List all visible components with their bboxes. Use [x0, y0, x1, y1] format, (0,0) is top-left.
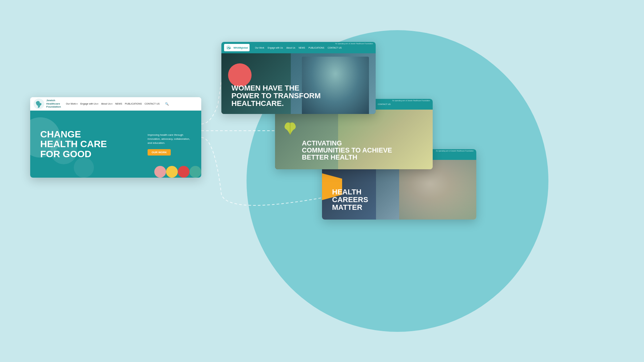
wham-nav: WHAMglobal Our Work Engage with Us About… [221, 42, 376, 53]
wham-logo-text: WHAMglobal [233, 47, 248, 49]
prhs-hero-title: ACTIVATINGCOMMUNITIES TO ACHIEVEBETTER H… [302, 140, 392, 161]
jhf-nav: Jewish Healthcare Foundation Our Work ▾ … [30, 97, 201, 111]
jhf-nav-contact[interactable]: CONTACT US [145, 103, 160, 105]
wham-operating-arm: An operating arm of Jewish Healthcare Fo… [335, 43, 373, 45]
jhf-hero-subtitle: Improving health care through innovation… [148, 133, 191, 145]
wham-logo: WHAMglobal [224, 44, 250, 51]
wham-nav-our-work[interactable]: Our Work [255, 47, 264, 49]
jhf-nav-engage[interactable]: Engage with Us ▾ [80, 103, 98, 105]
wham-website-card: WHAMglobal Our Work Engage with Us About… [221, 42, 376, 114]
jhf-logo: Jewish Healthcare Foundation [34, 99, 61, 109]
wham-nav-contact[interactable]: CONTACT US [328, 47, 342, 49]
jhf-hero-title: CHANGEHEALTH CAREFOR GOOD [40, 129, 107, 159]
hcf-hero-title: HEALTHCAREERSMATTER [332, 188, 368, 211]
jhf-nav-about[interactable]: About Us ▾ [101, 103, 112, 105]
prhs-nav-contact[interactable]: CONTACT US [378, 103, 390, 106]
our-work-button[interactable]: OUR WORK [148, 149, 171, 156]
wham-nav-engage[interactable]: Engage with Us [268, 47, 283, 49]
hcf-operating-arm: An operating arm of Jewish Healthcare Fo… [436, 150, 474, 152]
search-icon[interactable]: 🔍 [165, 102, 169, 106]
wham-logo-icon [226, 45, 232, 51]
jhf-hero: CHANGEHEALTH CAREFOR GOOD Improving heal… [30, 111, 201, 178]
jhf-hero-right: Improving health care through innovation… [148, 133, 191, 156]
wham-hero-title: WOMEN HAVE THEPOWER TO TRANSFORMHEALTHCA… [231, 84, 321, 107]
wham-nav-news[interactable]: NEWS [299, 47, 305, 49]
jhf-nav-publications[interactable]: PUBLICATIONS [125, 103, 142, 105]
wham-nav-about[interactable]: About Us [286, 47, 295, 49]
jhf-logo-text: Jewish Healthcare Foundation [46, 99, 61, 109]
jhf-website-card: Jewish Healthcare Foundation Our Work ▾ … [30, 97, 201, 178]
prhs-hero: ACTIVATINGCOMMUNITIES TO ACHIEVEBETTER H… [275, 110, 433, 169]
prhs-operating-arm: An operating arm of Jewish Healthcare Fo… [392, 100, 430, 102]
jhf-nav-our-work[interactable]: Our Work ▾ [66, 103, 78, 105]
wham-hero-circle [228, 63, 252, 87]
jhf-logo-icon [34, 99, 44, 109]
wham-nav-publications[interactable]: PUBLICATIONS [309, 47, 324, 49]
jhf-hero-circle-3 [74, 158, 94, 178]
jhf-nav-news[interactable]: NEWS [115, 103, 122, 105]
jhf-nav-items: Our Work ▾ Engage with Us ▾ About Us ▾ N… [66, 102, 169, 106]
wham-hero: WOMEN HAVE THEPOWER TO TRANSFORMHEALTHCA… [221, 53, 376, 114]
wham-nav-items: Our Work Engage with Us About Us NEWS PU… [255, 47, 341, 49]
prhs-hero-leaf [282, 120, 299, 138]
